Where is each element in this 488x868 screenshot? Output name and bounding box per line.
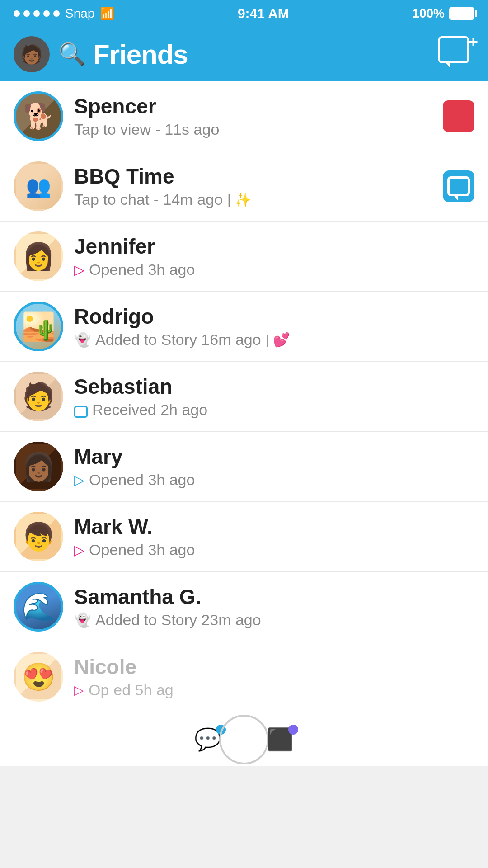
friend-name: Jennifer <box>74 234 474 259</box>
friend-name: BBQ Time <box>74 164 443 189</box>
bottom-nav: 💬 ⬛ <box>0 712 488 766</box>
friend-status: ▷ Opened 3h ago <box>74 261 474 278</box>
avatar: 🏜️ <box>14 302 63 351</box>
friend-info: Mark W. ▷ Opened 3h ago <box>63 514 474 559</box>
list-item[interactable]: 🐕 Spencer Tap to view - 11s ago <box>0 81 488 151</box>
avatar: 🌊 <box>14 582 63 632</box>
avatar: 🐕 <box>14 91 63 141</box>
sparkle-emoji: | ✨ <box>227 192 251 208</box>
avatar: 👥 <box>14 161 63 211</box>
opened-arrow-outline-icon: ▷ <box>74 683 84 698</box>
list-item[interactable]: 🏜️ Rodrigo 👻 Added to Story 16m ago | 💕 <box>0 292 488 362</box>
list-item[interactable]: 😍 Nicole ▷ Op ed 5h ag <box>0 642 488 712</box>
friend-info: Rodrigo 👻 Added to Story 16m ago | 💕 <box>63 304 474 349</box>
signal-dots <box>14 10 60 17</box>
friend-name: Mark W. <box>74 514 474 539</box>
friend-status-text: Tap to chat - 14m ago <box>74 191 223 208</box>
compose-icon <box>438 36 469 63</box>
battery-fill <box>450 9 473 19</box>
friend-name: Nicole <box>74 655 474 679</box>
friend-info: Mary ▷ Opened 3h ago <box>63 444 474 489</box>
status-bar: Snap 📶 9:41 AM 100% <box>0 0 488 27</box>
wifi-icon: 📶 <box>100 7 114 21</box>
friend-status: ▷ Op ed 5h ag <box>74 681 474 699</box>
list-item[interactable]: 👥 BBQ Time Tap to chat - 14m ago | ✨ <box>0 151 488 222</box>
avatar: 👦 <box>14 512 63 561</box>
compose-button[interactable]: + <box>438 36 474 72</box>
friend-name: Mary <box>74 444 474 469</box>
opened-arrow-icon: ▷ <box>74 542 84 558</box>
battery-percent: 100% <box>412 6 445 21</box>
status-time: 9:41 AM <box>238 6 289 21</box>
friend-status-partial: ed 5h ag <box>113 681 173 699</box>
friend-name: Sebastian <box>74 374 474 399</box>
list-item[interactable]: 🌊 Samantha G. 👻 Added to Story 23m ago <box>0 572 488 642</box>
stories-nav-icon[interactable]: ⬛ <box>267 727 294 752</box>
avatar: 😍 <box>14 652 63 702</box>
carrier-label: Snap <box>65 6 94 21</box>
status-right: 100% <box>412 6 474 21</box>
friend-status-text: Opened 3h ago <box>89 471 195 489</box>
heart-emoji: | 💕 <box>266 332 290 348</box>
avatar: 👩🏾 <box>14 442 63 491</box>
friend-name: Rodrigo <box>74 304 474 329</box>
list-item[interactable]: 🧑 Sebastian Received 2h ago <box>0 362 488 432</box>
snap-red-indicator <box>443 100 474 132</box>
page-title: Friends <box>93 39 188 70</box>
friend-status-text: Opened 3h ago <box>89 261 195 278</box>
friend-status-text: Added to Story 16m ago <box>95 331 261 349</box>
friend-status: Tap to chat - 14m ago | ✨ <box>74 191 443 208</box>
ghost-icon: 👻 <box>74 612 91 628</box>
list-item[interactable]: 👩🏾 Mary ▷ Opened 3h ago <box>0 432 488 502</box>
chat-bubble-icon <box>447 176 470 196</box>
friend-info: BBQ Time Tap to chat - 14m ago | ✨ <box>63 164 443 208</box>
ghost-icon: 👻 <box>74 332 91 348</box>
opened-arrow-icon: ▷ <box>74 472 84 488</box>
user-avatar[interactable]: 🧑🏾 <box>14 36 50 72</box>
friends-list: 🐕 Spencer Tap to view - 11s ago 👥 BBQ Ti… <box>0 81 488 712</box>
friend-info: Spencer Tap to view - 11s ago <box>63 94 443 138</box>
search-icon: 🔍 <box>59 42 86 67</box>
chat-received-icon <box>74 406 88 418</box>
friend-info: Nicole ▷ Op ed 5h ag <box>63 655 474 699</box>
friend-status: 👻 Added to Story 16m ago | 💕 <box>74 331 474 349</box>
avatar: 👩 <box>14 231 63 281</box>
friend-name: Spencer <box>74 94 443 119</box>
stories-notification-dot <box>288 725 298 735</box>
avatar: 🧑 <box>14 372 63 421</box>
friend-info: Sebastian Received 2h ago <box>63 374 474 419</box>
list-item[interactable]: 👦 Mark W. ▷ Opened 3h ago <box>0 502 488 572</box>
friend-status-text: Tap to view - 11s ago <box>74 121 219 138</box>
header: 🧑🏾 🔍 Friends + <box>0 27 488 81</box>
friend-name: Samantha G. <box>74 585 474 609</box>
list-item[interactable]: 👩 Jennifer ▷ Opened 3h ago <box>0 222 488 292</box>
friend-status: 👻 Added to Story 23m ago <box>74 611 474 629</box>
compose-plus-icon: + <box>469 33 478 52</box>
friend-status-text: Received 2h ago <box>92 401 207 419</box>
chat-blue-indicator <box>443 170 474 202</box>
friend-info: Jennifer ▷ Opened 3h ago <box>63 234 474 278</box>
opened-arrow-icon: ▷ <box>74 262 84 278</box>
chat-nav-icon[interactable]: 💬 <box>194 727 221 752</box>
friend-status: ▷ Opened 3h ago <box>74 541 474 559</box>
search-area[interactable]: 🔍 Friends <box>59 39 429 70</box>
battery-icon <box>449 7 474 20</box>
friend-status: ▷ Opened 3h ago <box>74 471 474 489</box>
status-left: Snap 📶 <box>14 6 114 21</box>
friend-status: Received 2h ago <box>74 401 474 419</box>
friend-status-text: Opened 3h ago <box>89 541 195 559</box>
friend-info: Samantha G. 👻 Added to Story 23m ago <box>63 585 474 629</box>
friend-status-text: Added to Story 23m ago <box>95 611 261 629</box>
friend-status: Tap to view - 11s ago <box>74 121 443 138</box>
capture-button[interactable] <box>219 715 269 764</box>
friend-status-text: Op <box>89 681 109 699</box>
